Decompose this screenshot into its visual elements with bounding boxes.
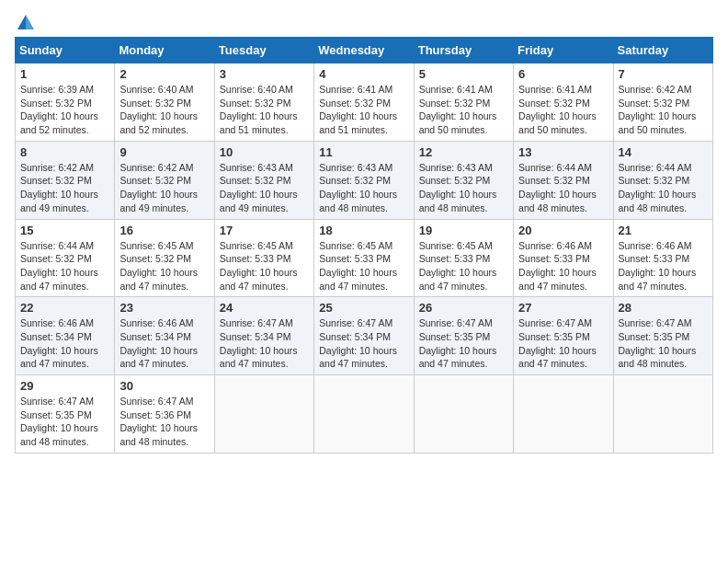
day-info: Sunrise: 6:44 AM Sunset: 5:32 PM Dayligh… (619, 161, 708, 215)
day-info: Sunrise: 6:47 AM Sunset: 5:34 PM Dayligh… (220, 316, 309, 371)
day-number: 8 (20, 145, 109, 159)
day-info: Sunrise: 6:43 AM Sunset: 5:32 PM Dayligh… (220, 161, 309, 215)
day-number: 16 (119, 224, 209, 237)
day-number: 11 (319, 145, 408, 159)
day-cell: 11Sunrise: 6:43 AM Sunset: 5:32 PM Dayli… (314, 141, 414, 219)
calendar-header-row: SundayMondayTuesdayWednesdayThursdayFrid… (16, 38, 713, 63)
day-info: Sunrise: 6:47 AM Sunset: 5:34 PM Dayligh… (319, 316, 408, 371)
day-cell: 17Sunrise: 6:45 AM Sunset: 5:33 PM Dayli… (214, 219, 313, 297)
day-info: Sunrise: 6:43 AM Sunset: 5:32 PM Dayligh… (419, 161, 508, 215)
day-number: 18 (319, 224, 408, 237)
day-info: Sunrise: 6:43 AM Sunset: 5:32 PM Dayligh… (319, 161, 408, 215)
day-cell: 6Sunrise: 6:41 AM Sunset: 5:32 PM Daylig… (514, 63, 613, 142)
day-number: 30 (119, 379, 209, 393)
day-number: 3 (220, 67, 309, 81)
day-cell: 8Sunrise: 6:42 AM Sunset: 5:32 PM Daylig… (16, 141, 115, 219)
day-info: Sunrise: 6:41 AM Sunset: 5:32 PM Dayligh… (419, 83, 508, 137)
day-cell: 16Sunrise: 6:45 AM Sunset: 5:32 PM Dayli… (115, 219, 214, 297)
calendar: SundayMondayTuesdayWednesdayThursdayFrid… (15, 37, 713, 454)
day-cell: 25Sunrise: 6:47 AM Sunset: 5:34 PM Dayli… (314, 297, 414, 375)
day-cell: 10Sunrise: 6:43 AM Sunset: 5:32 PM Dayli… (214, 141, 313, 219)
day-info: Sunrise: 6:46 AM Sunset: 5:33 PM Dayligh… (619, 239, 708, 293)
day-info: Sunrise: 6:46 AM Sunset: 5:34 PM Dayligh… (119, 316, 209, 371)
day-info: Sunrise: 6:41 AM Sunset: 5:32 PM Dayligh… (319, 83, 408, 137)
day-info: Sunrise: 6:45 AM Sunset: 5:32 PM Dayligh… (119, 239, 209, 293)
day-cell (414, 375, 513, 454)
day-number: 20 (518, 224, 608, 237)
header-cell-thursday: Thursday (414, 38, 513, 63)
day-cell: 7Sunrise: 6:42 AM Sunset: 5:32 PM Daylig… (613, 63, 712, 142)
day-number: 28 (619, 301, 708, 315)
day-info: Sunrise: 6:47 AM Sunset: 5:36 PM Dayligh… (119, 395, 209, 449)
day-info: Sunrise: 6:47 AM Sunset: 5:35 PM Dayligh… (619, 316, 708, 371)
day-info: Sunrise: 6:40 AM Sunset: 5:32 PM Dayligh… (119, 83, 209, 137)
day-info: Sunrise: 6:46 AM Sunset: 5:34 PM Dayligh… (20, 316, 109, 371)
day-cell (314, 375, 414, 454)
day-info: Sunrise: 6:42 AM Sunset: 5:32 PM Dayligh… (119, 161, 209, 215)
day-number: 27 (518, 301, 608, 315)
week-row-1: 1Sunrise: 6:39 AM Sunset: 5:32 PM Daylig… (16, 63, 713, 142)
day-info: Sunrise: 6:40 AM Sunset: 5:32 PM Dayligh… (220, 83, 309, 137)
day-cell (214, 375, 313, 454)
day-info: Sunrise: 6:45 AM Sunset: 5:33 PM Dayligh… (419, 239, 508, 293)
logo-triangle-icon (17, 15, 34, 29)
day-cell: 28Sunrise: 6:47 AM Sunset: 5:35 PM Dayli… (613, 297, 712, 375)
day-cell: 18Sunrise: 6:45 AM Sunset: 5:33 PM Dayli… (314, 219, 414, 297)
day-cell: 26Sunrise: 6:47 AM Sunset: 5:35 PM Dayli… (414, 297, 513, 375)
day-number: 29 (20, 379, 109, 393)
day-cell: 14Sunrise: 6:44 AM Sunset: 5:32 PM Dayli… (613, 141, 712, 219)
day-number: 23 (119, 301, 209, 315)
day-info: Sunrise: 6:41 AM Sunset: 5:32 PM Dayligh… (518, 83, 608, 137)
week-row-5: 29Sunrise: 6:47 AM Sunset: 5:35 PM Dayli… (16, 375, 713, 454)
day-info: Sunrise: 6:46 AM Sunset: 5:33 PM Dayligh… (518, 239, 608, 293)
day-info: Sunrise: 6:47 AM Sunset: 5:35 PM Dayligh… (20, 395, 109, 449)
day-info: Sunrise: 6:39 AM Sunset: 5:32 PM Dayligh… (20, 83, 109, 137)
day-number: 7 (619, 67, 708, 81)
header-cell-sunday: Sunday (16, 38, 115, 63)
day-info: Sunrise: 6:45 AM Sunset: 5:33 PM Dayligh… (319, 239, 408, 293)
day-cell: 12Sunrise: 6:43 AM Sunset: 5:32 PM Dayli… (414, 141, 513, 219)
day-cell: 19Sunrise: 6:45 AM Sunset: 5:33 PM Dayli… (414, 219, 513, 297)
day-number: 9 (119, 145, 209, 159)
day-cell: 23Sunrise: 6:46 AM Sunset: 5:34 PM Dayli… (115, 297, 214, 375)
header (15, 15, 713, 28)
day-number: 15 (20, 224, 109, 237)
day-cell: 27Sunrise: 6:47 AM Sunset: 5:35 PM Dayli… (514, 297, 613, 375)
day-number: 6 (518, 67, 608, 81)
day-number: 24 (220, 301, 309, 315)
header-cell-tuesday: Tuesday (214, 38, 313, 63)
day-cell: 3Sunrise: 6:40 AM Sunset: 5:32 PM Daylig… (214, 63, 313, 142)
day-cell: 15Sunrise: 6:44 AM Sunset: 5:32 PM Dayli… (16, 219, 115, 297)
svg-marker-1 (26, 15, 34, 29)
day-number: 22 (20, 301, 109, 315)
header-cell-monday: Monday (115, 38, 214, 63)
logo (15, 15, 34, 28)
day-cell: 2Sunrise: 6:40 AM Sunset: 5:32 PM Daylig… (115, 63, 214, 142)
day-info: Sunrise: 6:44 AM Sunset: 5:32 PM Dayligh… (518, 161, 608, 215)
day-cell: 22Sunrise: 6:46 AM Sunset: 5:34 PM Dayli… (16, 297, 115, 375)
svg-marker-0 (17, 15, 26, 29)
week-row-4: 22Sunrise: 6:46 AM Sunset: 5:34 PM Dayli… (16, 297, 713, 375)
day-info: Sunrise: 6:47 AM Sunset: 5:35 PM Dayligh… (419, 316, 508, 371)
day-number: 26 (419, 301, 508, 315)
header-cell-friday: Friday (514, 38, 613, 63)
day-number: 21 (619, 224, 708, 237)
day-cell: 1Sunrise: 6:39 AM Sunset: 5:32 PM Daylig… (16, 63, 115, 142)
day-info: Sunrise: 6:42 AM Sunset: 5:32 PM Dayligh… (20, 161, 109, 215)
day-cell: 13Sunrise: 6:44 AM Sunset: 5:32 PM Dayli… (514, 141, 613, 219)
day-info: Sunrise: 6:47 AM Sunset: 5:35 PM Dayligh… (518, 316, 608, 371)
day-cell (514, 375, 613, 454)
day-number: 25 (319, 301, 408, 315)
day-info: Sunrise: 6:42 AM Sunset: 5:32 PM Dayligh… (619, 83, 708, 137)
day-number: 14 (619, 145, 708, 159)
header-cell-wednesday: Wednesday (314, 38, 414, 63)
day-number: 1 (20, 67, 109, 81)
day-number: 13 (518, 145, 608, 159)
day-cell: 24Sunrise: 6:47 AM Sunset: 5:34 PM Dayli… (214, 297, 313, 375)
day-cell (613, 375, 712, 454)
day-cell: 21Sunrise: 6:46 AM Sunset: 5:33 PM Dayli… (613, 219, 712, 297)
day-number: 17 (220, 224, 309, 237)
day-cell: 5Sunrise: 6:41 AM Sunset: 5:32 PM Daylig… (414, 63, 513, 142)
day-number: 2 (119, 67, 209, 81)
week-row-2: 8Sunrise: 6:42 AM Sunset: 5:32 PM Daylig… (16, 141, 713, 219)
